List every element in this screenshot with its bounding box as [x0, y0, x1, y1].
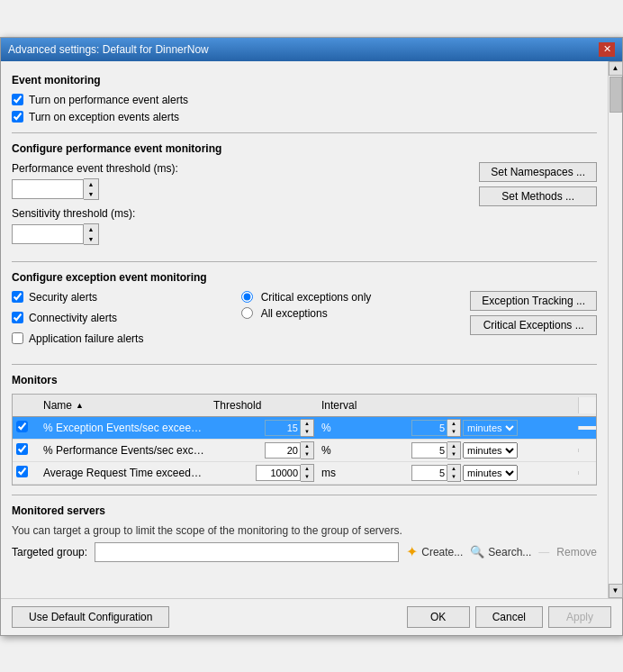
- perf-threshold-spinbuttons: ▲ ▼: [84, 178, 99, 200]
- row3-interval-spin: ▲ ▼ minutes: [411, 464, 574, 482]
- row1-check[interactable]: [13, 419, 40, 437]
- all-radio[interactable]: [241, 307, 253, 319]
- row1-interval-up[interactable]: ▲: [447, 420, 460, 428]
- table-row[interactable]: % Performance Events/sec exce... ▲ ▼: [13, 440, 596, 462]
- row3-threshold-spin: ▲ ▼: [256, 464, 314, 482]
- row2-check[interactable]: [13, 441, 40, 459]
- all-radio-label: All exceptions: [261, 307, 328, 320]
- table-row[interactable]: % Exception Events/sec exceeds ... ▲ ▼: [13, 417, 596, 440]
- row2-thresh-down[interactable]: ▼: [301, 450, 313, 459]
- row1-interval-unit[interactable]: minutes: [463, 420, 518, 436]
- connectivity-checkbox[interactable]: [12, 312, 23, 323]
- connectivity-label: Connectivity alerts: [29, 312, 117, 324]
- row2-checkbox[interactable]: [16, 443, 28, 455]
- close-button[interactable]: ✕: [599, 42, 615, 57]
- set-methods-button[interactable]: Set Methods ...: [479, 186, 597, 206]
- targeted-actions: ✦ Create... 🔍 Search... — Remove: [406, 543, 597, 560]
- row3-interval-unit[interactable]: minutes: [463, 465, 518, 481]
- col-interval: Interval: [318, 397, 408, 413]
- ok-button[interactable]: OK: [407, 606, 470, 628]
- row2-thresh-up[interactable]: ▲: [301, 442, 313, 450]
- perf-threshold-label: Performance event threshold (ms):: [12, 162, 461, 175]
- window-title: Advanced settings: Default for DinnerNow: [8, 43, 209, 56]
- divider-1: [12, 132, 597, 133]
- row3-checkbox[interactable]: [16, 466, 28, 477]
- sensitivity-spinbuttons: ▲ ▼: [84, 223, 99, 245]
- footer-right: OK Cancel Apply: [407, 606, 611, 628]
- security-checkbox[interactable]: [12, 291, 23, 303]
- search-button[interactable]: 🔍 Search...: [470, 545, 531, 558]
- exception-alerts-checkbox[interactable]: [12, 111, 23, 123]
- row3-interval-down[interactable]: ▼: [447, 473, 460, 481]
- row1-threshold-input[interactable]: [265, 420, 301, 436]
- bottom-spacer: [12, 562, 597, 589]
- titlebar: Advanced settings: Default for DinnerNow…: [1, 38, 622, 61]
- table-with-scroll: Name ▲ Threshold Interval: [13, 395, 596, 485]
- row3-interval-input[interactable]: [411, 465, 447, 481]
- exception-tracking-button[interactable]: Exception Tracking ...: [470, 291, 597, 311]
- perf-alerts-checkbox[interactable]: [12, 94, 23, 105]
- row2-threshold: ▲ ▼: [210, 440, 318, 461]
- row1-scroll: [578, 426, 596, 430]
- row1-thresh-up[interactable]: ▲: [301, 420, 313, 428]
- row1-name: % Exception Events/sec exceeds ...: [40, 420, 210, 436]
- row3-threshold-input[interactable]: [256, 465, 301, 481]
- scrollbar[interactable]: ▲ ▼: [608, 61, 622, 598]
- cancel-button[interactable]: Cancel: [475, 606, 543, 628]
- critical-radio[interactable]: [241, 291, 253, 303]
- all-radio-row: All exceptions: [241, 307, 462, 320]
- sensitivity-up[interactable]: ▲: [84, 224, 98, 234]
- row2-interval-down[interactable]: ▼: [447, 450, 460, 459]
- exception-left: Security alerts Connectivity alerts Appl…: [12, 291, 232, 355]
- set-namespaces-button[interactable]: Set Namespaces ...: [479, 162, 597, 182]
- critical-exceptions-button[interactable]: Critical Exceptions ...: [470, 315, 597, 335]
- monitored-servers-title: Monitored servers: [12, 504, 597, 517]
- exception-alerts-label: Turn on exception events alerts: [29, 111, 179, 123]
- perf-threshold-input[interactable]: 15000: [12, 179, 84, 199]
- table-row[interactable]: Average Request Time exceeds th... ▲ ▼: [13, 462, 596, 485]
- col-check: [13, 397, 40, 413]
- row1-thresh-down[interactable]: ▼: [301, 428, 313, 436]
- sensitivity-input[interactable]: 100: [12, 224, 84, 244]
- row3-interval-up[interactable]: ▲: [447, 465, 460, 473]
- row1-checkbox[interactable]: [16, 421, 28, 432]
- monitored-servers-desc: You can target a group to limit the scop…: [12, 524, 597, 537]
- search-label: Search...: [488, 546, 531, 558]
- row2-threshold-btns: ▲ ▼: [301, 441, 314, 459]
- row3-check[interactable]: [13, 464, 40, 482]
- row3-thresh-down[interactable]: ▼: [301, 473, 313, 481]
- row1-threshold: ▲ ▼: [210, 417, 318, 439]
- row2-threshold-input[interactable]: [265, 442, 301, 459]
- row3-unit: ms: [318, 465, 408, 481]
- scroll-up-arrow[interactable]: ▲: [609, 61, 623, 76]
- perf-threshold-down[interactable]: ▼: [84, 189, 98, 199]
- perf-alerts-row: Turn on performance event alerts: [12, 94, 597, 106]
- remove-button[interactable]: Remove: [556, 546, 597, 558]
- row1-interval-input[interactable]: [411, 420, 447, 436]
- app-failure-checkbox[interactable]: [12, 332, 23, 344]
- row1-interval-down[interactable]: ▼: [447, 428, 460, 436]
- dialog-window: Advanced settings: Default for DinnerNow…: [0, 37, 623, 636]
- row2-interval-input[interactable]: [411, 442, 447, 459]
- monitors-table: Name ▲ Threshold Interval: [12, 394, 597, 486]
- perf-threshold-up[interactable]: ▲: [84, 179, 98, 189]
- row3-thresh-up[interactable]: ▲: [301, 465, 313, 473]
- targeted-label: Targeted group:: [12, 546, 87, 558]
- exception-radios-col: Critical exceptions only All exceptions: [241, 291, 462, 320]
- exception-alerts-row: Turn on exception events alerts: [12, 111, 597, 123]
- row3-threshold-btns: ▲ ▼: [301, 464, 314, 482]
- row2-interval: ▲ ▼ minutes: [408, 440, 578, 461]
- row2-interval-up[interactable]: ▲: [447, 442, 460, 450]
- row2-interval-btns: ▲ ▼: [447, 441, 461, 459]
- row2-name: % Performance Events/sec exce...: [40, 442, 210, 459]
- row2-interval-unit[interactable]: minutes: [463, 442, 518, 459]
- apply-button[interactable]: Apply: [548, 606, 611, 628]
- scroll-thumb[interactable]: [609, 77, 622, 113]
- default-config-button[interactable]: Use Default Configuration: [12, 606, 169, 628]
- create-button[interactable]: ✦ Create...: [406, 543, 463, 560]
- scroll-down-arrow[interactable]: ▼: [609, 584, 623, 598]
- sensitivity-spin: 100 ▲ ▼: [12, 223, 461, 245]
- targeted-group-input[interactable]: [95, 542, 399, 562]
- sensitivity-down[interactable]: ▼: [84, 234, 98, 244]
- perf-buttons: Set Namespaces ... Set Methods ...: [479, 162, 597, 206]
